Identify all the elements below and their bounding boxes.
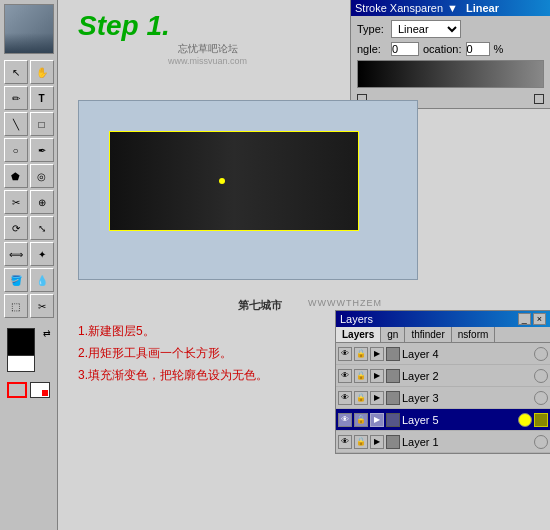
step-heading: Step 1. <box>78 10 170 42</box>
layer-1-name: Layer 1 <box>402 436 532 448</box>
swap-colors-icon[interactable]: ⇄ <box>43 328 51 338</box>
brand-name: 第七城市 <box>238 298 282 313</box>
tool-ellipse[interactable]: ○ <box>4 138 28 162</box>
layer-5-name: Layer 5 <box>402 414 516 426</box>
layers-minimize-button[interactable]: _ <box>518 313 531 325</box>
layer-2-expand[interactable]: ▶ <box>370 369 384 383</box>
layer-3-eye[interactable]: 👁 <box>338 391 352 405</box>
gradient-panel-body: Type: Linear Radial ngle: ocation: % <box>351 16 550 108</box>
watermark-line2: www.missvuan.com <box>168 56 247 66</box>
main-area: Step 1. Stroke Xansparen ▼ Linear Type: … <box>58 0 550 530</box>
gradient-stop-right[interactable] <box>534 94 544 104</box>
toolbar: ↖ ✋ ✏ T ╲ □ ○ ✒ ⬟ ◎ ✂ ⊕ ⟳ ⤡ ⟺ ✦ 🪣 💧 ⬚ ✂ … <box>0 0 58 530</box>
avatar <box>4 4 54 54</box>
tool-row-10: ⬚ ✂ <box>4 294 54 318</box>
layer-5-eye[interactable]: 👁 <box>338 413 352 427</box>
layer-row-1[interactable]: 👁 🔒 ▶ Layer 1 <box>336 431 550 453</box>
type-label: Type: <box>357 23 387 35</box>
layer-5-lock[interactable]: 🔒 <box>354 413 368 427</box>
tool-scale[interactable]: ⤡ <box>30 216 54 240</box>
layer-row-4[interactable]: 👁 🔒 ▶ Layer 4 <box>336 343 550 365</box>
layer-2-eye[interactable]: 👁 <box>338 369 352 383</box>
stroke-icon <box>7 382 27 398</box>
tool-text[interactable]: T <box>30 86 54 110</box>
instructions: 1.新建图层5。 2.用矩形工具画一个长方形。 3.填充渐变色，把轮廓色设为无色… <box>78 320 268 386</box>
layer-1-indicator <box>534 435 548 449</box>
angle-location-row: ngle: ocation: % <box>357 42 544 56</box>
gradient-center-dot <box>219 178 225 184</box>
tool-scissors[interactable]: ✂ <box>4 190 28 214</box>
layer-2-indicator <box>534 369 548 383</box>
type-row: Type: Linear Radial <box>357 20 544 38</box>
instruction-1: 1.新建图层5。 <box>78 320 268 342</box>
layer-3-expand[interactable]: ▶ <box>370 391 384 405</box>
tool-rect[interactable]: □ <box>30 112 54 136</box>
layer-5-square <box>534 413 548 427</box>
location-input[interactable] <box>466 42 490 56</box>
gradient-bar[interactable] <box>357 60 544 88</box>
tool-cut[interactable]: ✂ <box>30 294 54 318</box>
layer-5-indicator <box>518 413 532 427</box>
layer-5-expand[interactable]: ▶ <box>370 413 384 427</box>
layer-4-name: Layer 4 <box>402 348 532 360</box>
layer-row-2[interactable]: 👁 🔒 ▶ Layer 2 <box>336 365 550 387</box>
tab-layers[interactable]: Layers <box>336 327 381 342</box>
layer-row-3[interactable]: 👁 🔒 ▶ Layer 3 <box>336 387 550 409</box>
tool-skew[interactable]: ⟺ <box>4 242 28 266</box>
tool-polygon[interactable]: ⬟ <box>4 164 28 188</box>
tool-rotate[interactable]: ⟳ <box>4 216 28 240</box>
layers-close-button[interactable]: × <box>533 313 546 325</box>
tab-pathfinder[interactable]: thfinder <box>405 327 451 342</box>
foreground-swatch[interactable] <box>7 328 35 356</box>
layer-1-lock[interactable]: 🔒 <box>354 435 368 449</box>
layer-4-thumb <box>386 347 400 361</box>
layer-row-5[interactable]: 👁 🔒 ▶ Layer 5 <box>336 409 550 431</box>
tool-pen[interactable]: ✏ <box>4 86 28 110</box>
gradient-panel-title: Stroke Xansparen <box>355 2 443 14</box>
layer-1-eye[interactable]: 👁 <box>338 435 352 449</box>
layer-3-lock[interactable]: 🔒 <box>354 391 368 405</box>
watermark-line1: 忘忧草吧论坛 <box>168 42 247 56</box>
tool-blend[interactable]: ⬚ <box>4 294 28 318</box>
tool-row-1: ↖ ✋ <box>4 60 54 84</box>
layer-1-thumb <box>386 435 400 449</box>
color-swatches: ⇄ <box>7 328 51 372</box>
layer-2-thumb <box>386 369 400 383</box>
tool-fill[interactable]: 🪣 <box>4 268 28 292</box>
tool-shape[interactable]: ✦ <box>30 242 54 266</box>
layer-2-name: Layer 2 <box>402 370 532 382</box>
tool-row-2: ✏ T <box>4 86 54 110</box>
tool-row-6: ✂ ⊕ <box>4 190 54 214</box>
tool-line[interactable]: ╲ <box>4 112 28 136</box>
tool-row-4: ○ ✒ <box>4 138 54 162</box>
watermark: 忘忧草吧论坛 www.missvuan.com <box>168 42 247 66</box>
type-select[interactable]: Linear Radial <box>391 20 461 38</box>
gradient-panel-titlebar: Stroke Xansparen ▼ Linear <box>351 0 550 16</box>
layer-4-eye[interactable]: 👁 <box>338 347 352 361</box>
layer-4-expand[interactable]: ▶ <box>370 347 384 361</box>
layer-2-lock[interactable]: 🔒 <box>354 369 368 383</box>
tool-row-5: ⬟ ◎ <box>4 164 54 188</box>
tool-hand[interactable]: ✋ <box>30 60 54 84</box>
layer-3-indicator <box>534 391 548 405</box>
layers-titlebar: Layers _ × <box>336 311 550 327</box>
tool-spiral[interactable]: ◎ <box>30 164 54 188</box>
gradient-panel: Stroke Xansparen ▼ Linear Type: Linear R… <box>350 0 550 109</box>
tool-row-7: ⟳ ⤡ <box>4 216 54 240</box>
instruction-3: 3.填充渐变色，把轮廓色设为无色。 <box>78 364 268 386</box>
canvas-rectangle <box>109 131 359 231</box>
tool-bezier[interactable]: ✒ <box>30 138 54 162</box>
tool-select[interactable]: ↖ <box>4 60 28 84</box>
tab-align[interactable]: gn <box>381 327 405 342</box>
tool-eyedrop[interactable]: 💧 <box>30 268 54 292</box>
stroke-fill-row <box>7 382 50 398</box>
tool-zoom[interactable]: ⊕ <box>30 190 54 214</box>
layer-4-lock[interactable]: 🔒 <box>354 347 368 361</box>
location-label: ocation: <box>423 43 462 55</box>
fill-icon <box>30 382 50 398</box>
layer-1-expand[interactable]: ▶ <box>370 435 384 449</box>
gradient-dropdown-icon[interactable]: ▼ <box>447 2 458 14</box>
angle-input[interactable] <box>391 42 419 56</box>
tab-transform[interactable]: nsform <box>452 327 496 342</box>
layers-title: Layers <box>340 313 373 325</box>
